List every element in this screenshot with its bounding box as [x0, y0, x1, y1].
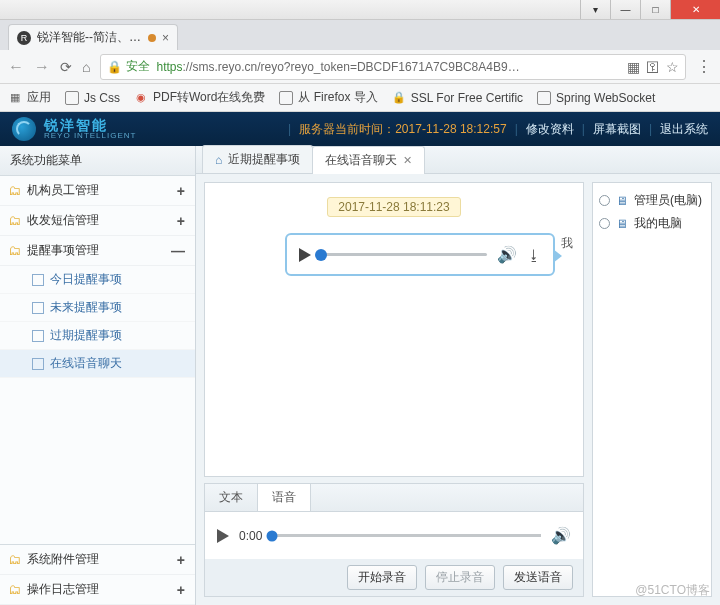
- tab-recent-reminders[interactable]: ⌂ 近期提醒事项: [202, 145, 313, 173]
- monitor-icon: 🖥: [616, 194, 628, 208]
- page-icon: [279, 91, 293, 105]
- tab-indicator-icon: [148, 34, 156, 42]
- recording-slider[interactable]: [272, 534, 541, 537]
- window-maximize-button[interactable]: □: [640, 0, 670, 19]
- home-icon: ⌂: [215, 153, 222, 167]
- sidebar-group-org[interactable]: 🗂机构员工管理 +: [0, 176, 195, 206]
- content: ⌂ 近期提醒事项 在线语音聊天 ✕ 2017-11-28 18:11:23 🔊: [196, 146, 720, 605]
- sidebar-item-expired[interactable]: 过期提醒事项: [0, 322, 195, 350]
- browser-tab[interactable]: R 锐洋智能--简洁、实用 ×: [8, 24, 178, 50]
- lock-icon: 🔒 安全: [107, 58, 150, 75]
- browser-menu-button[interactable]: ⋮: [696, 57, 712, 76]
- radio-icon[interactable]: [599, 218, 610, 229]
- screenshot-link[interactable]: 屏幕截图: [593, 121, 641, 138]
- timestamp-chip: 2017-11-28 18:11:23: [327, 197, 460, 217]
- url-text: https://sms.reyo.cn/reyo?reyo_token=DBCD…: [156, 60, 519, 74]
- sender-label: 我: [561, 235, 573, 252]
- app-header: 锐洋智能 REYO INTELLIGENT | 服务器当前时间：2017-11-…: [0, 112, 720, 146]
- window-close-button[interactable]: ✕: [670, 0, 720, 19]
- tab-close-button[interactable]: ×: [162, 31, 169, 45]
- radio-icon[interactable]: [599, 195, 610, 206]
- download-icon[interactable]: ⭳: [527, 247, 541, 263]
- sidebar-group-attachments[interactable]: 🗂系统附件管理 +: [0, 545, 195, 575]
- window-dropdown-button[interactable]: ▾: [580, 0, 610, 19]
- member-item[interactable]: 🖥 我的电脑: [599, 212, 705, 235]
- close-icon[interactable]: ✕: [403, 154, 412, 167]
- start-record-button[interactable]: 开始录音: [347, 565, 417, 590]
- volume-icon[interactable]: 🔊: [551, 526, 571, 545]
- compose-tab-voice[interactable]: 语音: [258, 484, 311, 511]
- translate-icon[interactable]: ▦: [627, 59, 640, 75]
- sidebar-item-today[interactable]: 今日提醒事项: [0, 266, 195, 294]
- reload-button[interactable]: ⟳: [60, 59, 72, 75]
- expand-icon: +: [177, 183, 185, 199]
- apps-button[interactable]: ▦应用: [8, 89, 51, 106]
- brand-subtitle: REYO INTELLIGENT: [44, 132, 136, 140]
- bookmark-item[interactable]: 🔒SSL For Free Certific: [392, 91, 523, 105]
- send-voice-button[interactable]: 发送语音: [503, 565, 573, 590]
- member-item[interactable]: 🖥 管理员(电脑): [599, 189, 705, 212]
- key-icon[interactable]: ⚿: [646, 59, 660, 75]
- watermark: @51CTO博客: [635, 582, 710, 599]
- sidebar-item-future[interactable]: 未来提醒事项: [0, 294, 195, 322]
- window-titlebar: ▾ — □ ✕: [0, 0, 720, 20]
- folder-icon: 🗂: [8, 183, 21, 198]
- page-icon: [65, 91, 79, 105]
- folder-icon: 🗂: [8, 582, 21, 597]
- bookmark-item[interactable]: Spring WebSocket: [537, 91, 655, 105]
- main: 系统功能菜单 🗂机构员工管理 + 🗂收发短信管理 + 🗂提醒事项管理 — 今日提…: [0, 146, 720, 605]
- tab-voice-chat[interactable]: 在线语音聊天 ✕: [312, 146, 425, 174]
- omnibox[interactable]: 🔒 安全 https://sms.reyo.cn/reyo?reyo_token…: [100, 54, 686, 80]
- stop-record-button[interactable]: 停止录音: [425, 565, 495, 590]
- folder-icon: 🗂: [8, 552, 21, 567]
- server-time: 服务器当前时间：2017-11-28 18:12:57: [299, 121, 506, 138]
- sidebar-group-logs[interactable]: 🗂操作日志管理 +: [0, 575, 195, 605]
- audio-seek-slider[interactable]: [321, 253, 487, 256]
- recording-time: 0:00: [239, 529, 262, 543]
- bookmarks-bar: ▦应用 Js Css ◉PDF转Word在线免费 从 Firefox 导入 🔒S…: [0, 84, 720, 112]
- brand-name: 锐洋智能: [44, 118, 136, 132]
- brand-logo-icon: [12, 117, 36, 141]
- expand-icon: +: [177, 213, 185, 229]
- play-icon[interactable]: [217, 529, 229, 543]
- home-button[interactable]: ⌂: [82, 59, 90, 75]
- members-panel: 🖥 管理员(电脑) 🖥 我的电脑: [592, 182, 712, 597]
- volume-icon[interactable]: 🔊: [497, 245, 517, 264]
- monitor-icon: 🖥: [616, 217, 628, 231]
- bookmark-item[interactable]: Js Css: [65, 91, 120, 105]
- address-bar: ← → ⟳ ⌂ 🔒 安全 https://sms.reyo.cn/reyo?re…: [0, 50, 720, 84]
- nav-forward-button[interactable]: →: [34, 58, 50, 76]
- nav-back-button[interactable]: ←: [8, 58, 24, 76]
- browser-tab-title: 锐洋智能--简洁、实用: [37, 29, 142, 46]
- window-minimize-button[interactable]: —: [610, 0, 640, 19]
- sidebar-group-sms[interactable]: 🗂收发短信管理 +: [0, 206, 195, 236]
- folder-icon: 🗂: [8, 243, 21, 258]
- browser-tabstrip: R 锐洋智能--简洁、实用 ×: [0, 20, 720, 50]
- compose-tab-text[interactable]: 文本: [205, 484, 258, 511]
- chat-log: 2017-11-28 18:11:23 🔊 ⭳ 我: [204, 182, 584, 477]
- expand-icon: +: [177, 552, 185, 568]
- expand-icon: +: [177, 582, 185, 598]
- page-icon: [32, 330, 44, 342]
- sidebar-item-voice-chat[interactable]: 在线语音聊天: [0, 350, 195, 378]
- sidebar-group-reminders[interactable]: 🗂提醒事项管理 —: [0, 236, 195, 266]
- content-tabs: ⌂ 近期提醒事项 在线语音聊天 ✕: [196, 146, 720, 174]
- logout-link[interactable]: 退出系统: [660, 121, 708, 138]
- sidebar: 系统功能菜单 🗂机构员工管理 + 🗂收发短信管理 + 🗂提醒事项管理 — 今日提…: [0, 146, 196, 605]
- lock-icon: 🔒: [392, 91, 406, 105]
- page-icon: [537, 91, 551, 105]
- secure-label: 安全: [126, 58, 150, 75]
- audio-message[interactable]: 🔊 ⭳: [285, 233, 555, 276]
- compose-panel: 文本 语音 0:00 🔊 开始录音 停止录音 发送语音: [204, 483, 584, 597]
- bookmark-item[interactable]: 从 Firefox 导入: [279, 89, 377, 106]
- star-icon[interactable]: ☆: [666, 59, 679, 75]
- page-icon: [32, 302, 44, 314]
- pdf-icon: ◉: [134, 91, 148, 105]
- collapse-icon: —: [171, 243, 185, 259]
- page-icon: [32, 358, 44, 370]
- bookmark-item[interactable]: ◉PDF转Word在线免费: [134, 89, 265, 106]
- sidebar-title: 系统功能菜单: [0, 146, 195, 176]
- play-icon[interactable]: [299, 248, 311, 262]
- edit-profile-link[interactable]: 修改资料: [526, 121, 574, 138]
- folder-icon: 🗂: [8, 213, 21, 228]
